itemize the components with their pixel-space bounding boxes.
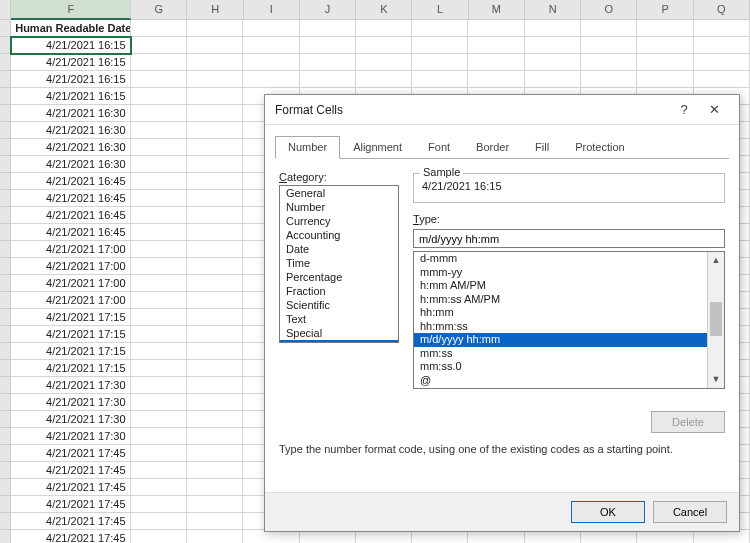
data-cell[interactable]: 4/21/2021 17:45 [11,513,130,530]
data-cell[interactable]: 4/21/2021 17:15 [11,326,130,343]
column-header-F[interactable]: F [11,0,131,20]
column-header-I[interactable]: I [244,0,300,20]
type-option[interactable]: m/d/yyyy hh:mm [414,333,707,347]
type-label: Type: [413,213,725,225]
category-option[interactable]: Special [280,326,398,340]
data-cell[interactable]: 4/21/2021 17:45 [11,479,130,496]
scroll-up-icon[interactable]: ▲ [708,252,724,269]
column-header-G[interactable]: G [131,0,187,20]
data-cell[interactable]: 4/21/2021 16:30 [11,122,130,139]
type-option[interactable]: d-mmm [414,252,707,266]
data-cell[interactable]: 4/21/2021 17:30 [11,394,130,411]
type-option[interactable]: h:mm:ss AM/PM [414,293,707,307]
dialog-title: Format Cells [275,103,669,117]
category-option[interactable]: Time [280,256,398,270]
data-cell[interactable]: 4/21/2021 17:45 [11,530,130,543]
data-cell[interactable]: 4/21/2021 16:45 [11,173,130,190]
sample-box: Sample 4/21/2021 16:15 [413,173,725,203]
scroll-thumb[interactable] [710,302,722,336]
format-hint: Type the number format code, using one o… [279,443,725,455]
category-option[interactable]: Date [280,242,398,256]
tab-border[interactable]: Border [463,136,522,159]
category-option[interactable]: Custom [280,340,398,343]
column-header-K[interactable]: K [356,0,412,20]
delete-button[interactable]: Delete [651,411,725,433]
sample-label: Sample [420,166,463,178]
type-option[interactable]: @ [414,374,707,388]
data-cell[interactable]: 4/21/2021 17:00 [11,292,130,309]
type-option[interactable]: hh:mm [414,306,707,320]
column-header-J[interactable]: J [300,0,356,20]
type-option[interactable]: mm:ss.0 [414,360,707,374]
sample-value: 4/21/2021 16:15 [422,180,502,192]
data-cell[interactable]: 4/21/2021 16:45 [11,190,130,207]
close-icon[interactable]: ✕ [699,102,729,117]
type-option[interactable]: h:mm AM/PM [414,279,707,293]
category-label: Category: [279,171,399,183]
data-cell[interactable]: 4/21/2021 17:15 [11,309,130,326]
data-cell[interactable]: 4/21/2021 16:15 [11,37,130,54]
column-header-N[interactable]: N [525,0,581,20]
data-cell[interactable]: 4/21/2021 17:45 [11,496,130,513]
type-option[interactable]: hh:mm:ss [414,320,707,334]
tab-fill[interactable]: Fill [522,136,562,159]
type-option[interactable]: mmm-yy [414,266,707,280]
data-cell[interactable]: 4/21/2021 17:45 [11,462,130,479]
category-option[interactable]: Fraction [280,284,398,298]
data-cell[interactable]: 4/21/2021 17:15 [11,343,130,360]
category-option[interactable]: Text [280,312,398,326]
type-option[interactable]: mm:ss [414,347,707,361]
data-cell[interactable]: 4/21/2021 17:00 [11,258,130,275]
category-option[interactable]: Scientific [280,298,398,312]
column-header-M[interactable]: M [469,0,525,20]
type-scrollbar[interactable]: ▲ ▼ [707,252,724,388]
data-cell[interactable]: 4/21/2021 16:30 [11,156,130,173]
data-cell[interactable]: 4/21/2021 16:30 [11,105,130,122]
type-listbox[interactable]: d-mmmmmm-yyh:mm AM/PMh:mm:ss AM/PMhh:mmh… [413,251,725,389]
data-cell[interactable]: 4/21/2021 16:30 [11,139,130,156]
column-header-P[interactable]: P [637,0,693,20]
data-cell[interactable]: 4/21/2021 16:15 [11,88,130,105]
data-cell[interactable]: 4/21/2021 17:45 [11,445,130,462]
category-option[interactable]: General [280,186,398,200]
data-cell[interactable]: 4/21/2021 17:30 [11,377,130,394]
tab-alignment[interactable]: Alignment [340,136,415,159]
column-header-Q[interactable]: Q [694,0,750,20]
data-cell[interactable]: 4/21/2021 17:00 [11,275,130,292]
data-cell[interactable]: 4/21/2021 16:45 [11,224,130,241]
column-header-O[interactable]: O [581,0,637,20]
scroll-down-icon[interactable]: ▼ [708,371,724,388]
data-cell[interactable]: 4/21/2021 16:15 [11,71,130,88]
category-option[interactable]: Currency [280,214,398,228]
data-cell[interactable]: 4/21/2021 17:30 [11,411,130,428]
column-header-L[interactable]: L [412,0,468,20]
cancel-button[interactable]: Cancel [653,501,727,523]
column-header-H[interactable]: H [187,0,243,20]
type-input[interactable] [413,229,725,248]
data-cell[interactable]: 4/21/2021 16:45 [11,207,130,224]
data-cell[interactable]: 4/21/2021 16:15 [11,54,130,71]
type-option[interactable]: [h]:mm:ss [414,387,707,389]
category-option[interactable]: Accounting [280,228,398,242]
tab-number[interactable]: Number [275,136,340,159]
format-cells-dialog: Format Cells ? ✕ NumberAlignmentFontBord… [264,94,740,532]
tab-font[interactable]: Font [415,136,463,159]
category-option[interactable]: Percentage [280,270,398,284]
data-cell[interactable]: 4/21/2021 17:15 [11,360,130,377]
category-listbox[interactable]: GeneralNumberCurrencyAccountingDateTimeP… [279,185,399,343]
category-option[interactable]: Number [280,200,398,214]
help-icon[interactable]: ? [669,102,699,117]
data-cell[interactable]: 4/21/2021 17:30 [11,428,130,445]
header-cell[interactable]: Human Readable Date [11,20,130,37]
tab-protection[interactable]: Protection [562,136,638,159]
ok-button[interactable]: OK [571,501,645,523]
data-cell[interactable]: 4/21/2021 17:00 [11,241,130,258]
